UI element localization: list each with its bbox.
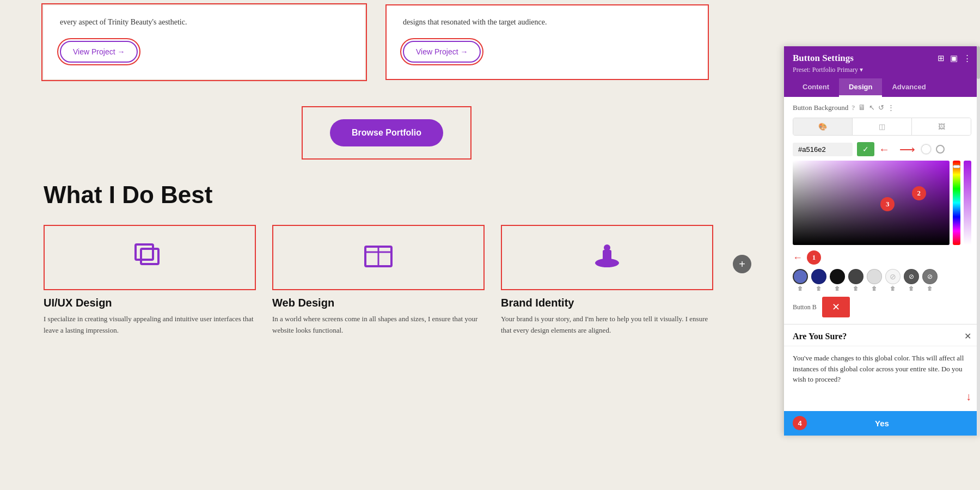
dialog-body-text: You've made changes to this global color… xyxy=(793,354,964,383)
color-tab[interactable]: 🎨 xyxy=(793,118,852,135)
undo-icon[interactable]: ↺ xyxy=(878,103,884,112)
panel-expand-icon[interactable]: ⊞ xyxy=(938,53,945,63)
panel-tab-bar: Content Design Advanced xyxy=(793,78,971,97)
svg-rect-6 xyxy=(603,250,611,262)
arrow-indicator-1: ← xyxy=(879,143,890,156)
panel-split-icon[interactable]: ▣ xyxy=(950,53,958,63)
gradient-icon: ◫ xyxy=(879,122,885,131)
help-icon[interactable]: ? xyxy=(852,103,855,112)
svg-rect-0 xyxy=(136,244,153,260)
arrow-to-yes: ↓ xyxy=(966,390,971,402)
webdesign-name: Web Design xyxy=(272,297,485,309)
brand-icon xyxy=(590,239,624,276)
alpha-slider[interactable] xyxy=(964,161,971,245)
webdesign-desc: In a world where screens come in all sha… xyxy=(272,314,485,336)
view-project-btn-2[interactable]: View Project → xyxy=(403,41,481,63)
color-circle-handle[interactable] xyxy=(922,145,930,154)
scrollbar-thumb[interactable] xyxy=(977,46,980,79)
swatch-item[interactable]: 🗑 xyxy=(867,269,882,291)
tab-content[interactable]: Content xyxy=(793,78,839,97)
num2-badge: 2 xyxy=(912,186,926,200)
are-you-sure-dialog: Are You Sure? ✕ You've made changes to t… xyxy=(784,324,980,436)
arrow-indicator-2: ⟶ xyxy=(899,143,915,156)
panel-preset[interactable]: Preset: Portfolio Primary ▾ xyxy=(793,66,971,74)
uiux-name: UI/UX Design xyxy=(44,297,256,309)
swatch-item[interactable]: ⊘ 🗑 xyxy=(904,269,919,291)
swatch-item[interactable]: 🗑 xyxy=(848,269,863,291)
brand-name: Brand Identity xyxy=(501,297,713,309)
card2-text: designs that resonated with the target a… xyxy=(403,16,691,28)
hex-color-input[interactable] xyxy=(793,143,853,156)
service-item-brand: Brand Identity Your brand is your story,… xyxy=(501,225,713,336)
swatch-item[interactable]: ⊘ 🗑 xyxy=(885,269,901,291)
add-section-btn[interactable]: + xyxy=(733,255,751,273)
swatch-item[interactable]: ⊘ 🗑 xyxy=(922,269,938,291)
swatch-item[interactable]: 🗑 xyxy=(811,269,826,291)
uiux-desc: I specialize in creating visually appeal… xyxy=(44,314,256,336)
brand-desc: Your brand is your story, and I'm here t… xyxy=(501,314,713,336)
gradient-tab[interactable]: ◫ xyxy=(852,118,911,135)
button-background-label: Button Background xyxy=(793,103,848,112)
tab-design[interactable]: Design xyxy=(839,78,882,97)
arrow-left-1: ← xyxy=(793,252,803,264)
webdesign-icon xyxy=(361,239,396,276)
num1-badge: 1 xyxy=(807,250,821,265)
panel-header: Button Settings ⊞ ▣ ⋮ Preset: Portfolio … xyxy=(784,46,980,97)
cursor-icon[interactable]: ↖ xyxy=(869,103,875,112)
num4-badge: 4 xyxy=(793,416,807,430)
dialog-title: Are You Sure? xyxy=(793,332,847,341)
card1-text: every aspect of Trinity Beauty's aesthet… xyxy=(60,16,348,28)
confirm-color-btn[interactable]: ✓ xyxy=(857,142,874,156)
svg-rect-1 xyxy=(141,249,158,264)
browse-portfolio-btn[interactable]: Browse Portfolio xyxy=(330,119,443,146)
hue-slider[interactable] xyxy=(953,161,960,245)
swatch-item[interactable]: 🗑 xyxy=(830,269,845,291)
service-item-webdesign: Web Design In a world where screens come… xyxy=(272,225,485,336)
panel-body: Button Background ? 🖥 ↖ ↺ ⋮ 🎨 ◫ 🖼 xyxy=(784,97,980,324)
dialog-close-btn[interactable]: ✕ xyxy=(964,331,971,341)
yes-label: Yes xyxy=(875,419,889,428)
color-fill-icon: 🎨 xyxy=(818,122,827,131)
panel-more-icon[interactable]: ⋮ xyxy=(963,53,971,63)
white-circle-handle[interactable] xyxy=(936,145,945,154)
more-options-icon[interactable]: ⋮ xyxy=(887,103,895,112)
uiux-icon xyxy=(132,237,167,278)
svg-point-7 xyxy=(604,244,610,251)
image-tab[interactable]: 🖼 xyxy=(911,118,971,135)
desktop-icon[interactable]: 🖥 xyxy=(858,103,866,112)
swatch-item[interactable]: 🗑 xyxy=(793,269,808,291)
button-settings-panel: Button Settings ⊞ ▣ ⋮ Preset: Portfolio … xyxy=(784,46,980,436)
tab-advanced[interactable]: Advanced xyxy=(882,78,935,97)
image-icon: 🖼 xyxy=(938,122,945,131)
scrollbar-track[interactable] xyxy=(977,46,980,436)
panel-title: Button Settings xyxy=(793,53,854,64)
dialog-yes-btn[interactable]: 4 Yes xyxy=(784,411,980,436)
num3-badge: 3 xyxy=(880,197,895,211)
btn-background-mini-label: Button B xyxy=(793,303,817,311)
color-swatches-row: 🗑 🗑 🗑 🗑 xyxy=(793,269,971,291)
service-item-uiux: UI/UX Design I specialize in creating vi… xyxy=(44,225,256,336)
view-project-btn-1[interactable]: View Project → xyxy=(60,41,138,63)
cancel-color-btn[interactable]: ✕ xyxy=(822,297,850,317)
color-picker-canvas-area: 3 2 xyxy=(793,161,971,245)
